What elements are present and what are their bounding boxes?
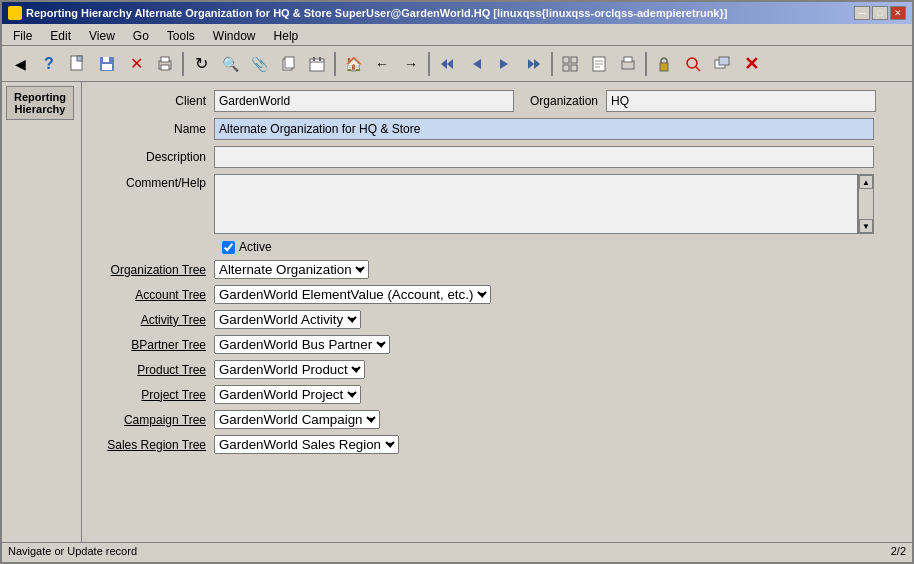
comment-row: Comment/Help ▲ ▼ — [94, 174, 900, 234]
sidebar: Reporting Hierarchy — [2, 82, 82, 542]
svg-rect-22 — [563, 65, 569, 71]
sales-region-tree-label: Sales Region Tree — [94, 438, 214, 452]
sales-region-tree-select[interactable]: GardenWorld Sales Region — [214, 435, 399, 454]
nav-back-button[interactable]: ← — [368, 50, 396, 78]
svg-rect-23 — [571, 65, 577, 71]
svg-rect-20 — [563, 57, 569, 63]
attach-button[interactable]: 📎 — [245, 50, 273, 78]
prev-record-button[interactable] — [462, 50, 490, 78]
save-button[interactable] — [93, 50, 121, 78]
svg-marker-17 — [500, 59, 508, 69]
first-record-button[interactable] — [433, 50, 461, 78]
svg-rect-30 — [660, 63, 668, 71]
title-bar: Reporting Hierarchy Alternate Organizati… — [2, 2, 912, 24]
nav-forward-button[interactable]: → — [397, 50, 425, 78]
svg-rect-13 — [319, 57, 321, 61]
org-tree-label: Organization Tree — [94, 263, 214, 277]
org-tree-select[interactable]: Alternate Organization — [214, 260, 369, 279]
toolbar-sep-5 — [645, 52, 647, 76]
menu-bar: File Edit View Go Tools Window Help — [2, 24, 912, 46]
product-tree-label: Product Tree — [94, 363, 214, 377]
project-tree-label: Project Tree — [94, 388, 214, 402]
last-record-button[interactable] — [520, 50, 548, 78]
org-tree-row: Organization Tree Alternate Organization — [94, 260, 900, 279]
svg-rect-34 — [719, 57, 729, 65]
description-label: Description — [94, 150, 214, 164]
scroll-up-button[interactable]: ▲ — [859, 175, 873, 189]
help-button[interactable]: ? — [35, 50, 63, 78]
report-button[interactable] — [585, 50, 613, 78]
product-tree-select[interactable]: GardenWorld Product — [214, 360, 365, 379]
activity-tree-select[interactable]: GardenWorld Activity — [214, 310, 361, 329]
product-tree-row: Product Tree GardenWorld Product — [94, 360, 900, 379]
svg-marker-15 — [447, 59, 453, 69]
toolbar-sep-3 — [428, 52, 430, 76]
copy-button[interactable] — [274, 50, 302, 78]
campaign-tree-label: Campaign Tree — [94, 413, 214, 427]
next-record-button[interactable] — [491, 50, 519, 78]
sidebar-item-reporting-hierarchy[interactable]: Reporting Hierarchy — [6, 86, 74, 120]
toolbar-sep-4 — [551, 52, 553, 76]
lock-button[interactable] — [650, 50, 678, 78]
menu-help[interactable]: Help — [267, 26, 306, 43]
print-button[interactable] — [151, 50, 179, 78]
name-row: Name — [94, 118, 900, 140]
close-button[interactable]: ✕ — [890, 6, 906, 20]
menu-view[interactable]: View — [82, 26, 122, 43]
account-tree-row: Account Tree GardenWorld ElementValue (A… — [94, 285, 900, 304]
menu-go[interactable]: Go — [126, 26, 156, 43]
name-input[interactable] — [214, 118, 874, 140]
app-icon — [8, 6, 22, 20]
title-bar-controls: ─ □ ✕ — [854, 6, 906, 20]
svg-rect-21 — [571, 57, 577, 63]
back-button[interactable]: ◀ — [6, 50, 34, 78]
account-tree-wrapper: GardenWorld ElementValue (Account, etc.) — [214, 285, 491, 304]
svg-line-32 — [696, 67, 700, 71]
project-tree-select[interactable]: GardenWorld Project — [214, 385, 361, 404]
zoom-button[interactable] — [679, 50, 707, 78]
close2-button[interactable]: ✕ — [737, 50, 765, 78]
campaign-tree-row: Campaign Tree GardenWorld Campaign — [94, 410, 900, 429]
toolbar: ◀ ? ✕ ↻ 🔍 📎 🏠 ← → — [2, 46, 912, 82]
campaign-tree-wrapper: GardenWorld Campaign — [214, 410, 380, 429]
scroll-down-button[interactable]: ▼ — [859, 219, 873, 233]
bpartner-tree-row: BPartner Tree GardenWorld Bus Partner — [94, 335, 900, 354]
account-tree-select[interactable]: GardenWorld ElementValue (Account, etc.) — [214, 285, 491, 304]
campaign-tree-select[interactable]: GardenWorld Campaign — [214, 410, 380, 429]
svg-rect-4 — [102, 64, 112, 70]
status-bar: Navigate or Update record 2/2 — [2, 542, 912, 562]
svg-rect-6 — [161, 57, 169, 62]
refresh-button[interactable]: ↻ — [187, 50, 215, 78]
menu-file[interactable]: File — [6, 26, 39, 43]
menu-window[interactable]: Window — [206, 26, 263, 43]
client-label: Client — [94, 94, 214, 108]
main-window: Reporting Hierarchy Alternate Organizati… — [0, 0, 914, 564]
window-title: Reporting Hierarchy Alternate Organizati… — [26, 7, 727, 19]
maximize-button[interactable]: □ — [872, 6, 888, 20]
find-button[interactable]: 🔍 — [216, 50, 244, 78]
project-tree-wrapper: GardenWorld Project — [214, 385, 361, 404]
delete-button[interactable]: ✕ — [122, 50, 150, 78]
print2-button[interactable] — [614, 50, 642, 78]
multiwin-button[interactable] — [708, 50, 736, 78]
home-button[interactable]: 🏠 — [339, 50, 367, 78]
new-button[interactable] — [64, 50, 92, 78]
client-input[interactable] — [214, 90, 514, 112]
toolbar-sep-2 — [334, 52, 336, 76]
menu-edit[interactable]: Edit — [43, 26, 78, 43]
sales-region-tree-row: Sales Region Tree GardenWorld Sales Regi… — [94, 435, 900, 454]
organization-input[interactable] — [606, 90, 876, 112]
active-row: Active — [222, 240, 900, 254]
menu-tools[interactable]: Tools — [160, 26, 202, 43]
calendar-button[interactable] — [303, 50, 331, 78]
minimize-button[interactable]: ─ — [854, 6, 870, 20]
description-input[interactable] — [214, 146, 874, 168]
grid-button[interactable] — [556, 50, 584, 78]
svg-marker-19 — [534, 59, 540, 69]
svg-marker-18 — [528, 59, 534, 69]
svg-rect-1 — [77, 56, 82, 61]
bpartner-tree-select[interactable]: GardenWorld Bus Partner — [214, 335, 390, 354]
active-checkbox[interactable] — [222, 241, 235, 254]
comment-input[interactable] — [214, 174, 858, 234]
svg-rect-7 — [161, 65, 169, 70]
